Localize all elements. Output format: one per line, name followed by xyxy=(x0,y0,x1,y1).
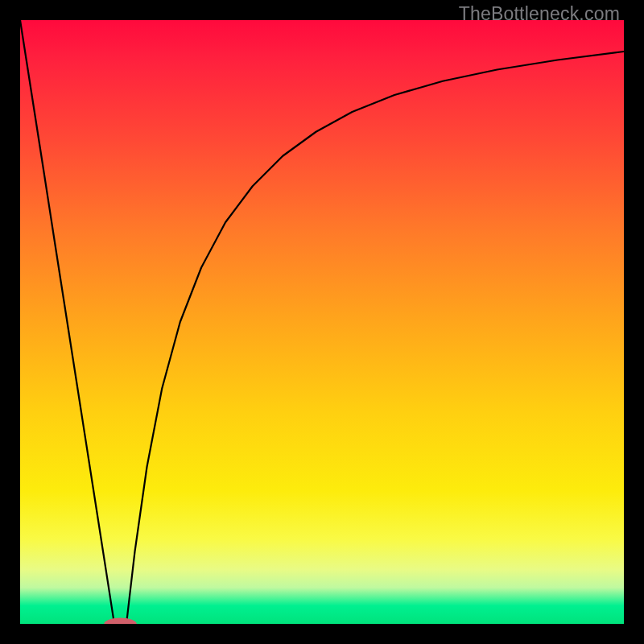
curve-right xyxy=(126,52,624,624)
watermark-text: TheBottleneck.com xyxy=(459,3,620,25)
minimum-marker xyxy=(104,618,137,625)
curve-left xyxy=(20,20,114,624)
curves-layer xyxy=(20,20,624,624)
plot-area xyxy=(20,20,624,624)
chart-frame: TheBottleneck.com xyxy=(0,0,644,644)
